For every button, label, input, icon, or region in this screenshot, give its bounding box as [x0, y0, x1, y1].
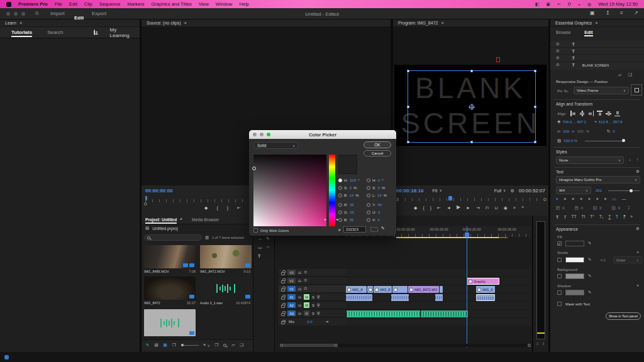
hue-slider[interactable]	[329, 155, 335, 226]
eye-icon[interactable]: ⊙	[556, 49, 559, 53]
clip-thumbnail[interactable]	[200, 245, 252, 268]
stroke-swatch[interactable]	[565, 257, 584, 263]
zoom-level-select[interactable]: Fit	[433, 189, 438, 193]
panel-menu-icon[interactable]: ≡	[180, 217, 182, 222]
sync-lock-icon[interactable]: ⊟	[298, 287, 301, 291]
control-center-icon[interactable]: ◒	[578, 2, 580, 6]
scale-value[interactable]: 100	[563, 129, 569, 133]
panel-menu-icon[interactable]: ≡	[595, 21, 597, 25]
chevron-down-icon[interactable]: ∨	[207, 344, 209, 348]
selected-clip-thumbnail[interactable]	[144, 309, 196, 336]
background-checkbox[interactable]	[557, 274, 562, 278]
track-target-a3[interactable]: A3	[287, 310, 296, 316]
voiceover-mic-icon[interactable]: ψ	[317, 303, 320, 307]
align-text-left-icon[interactable]: ≡	[556, 197, 558, 202]
align-right-icon[interactable]	[588, 111, 594, 116]
source-timecode[interactable]: 00:00:00:00	[145, 188, 173, 194]
stroke-width-value[interactable]: 4.0	[600, 258, 605, 262]
sort-icon[interactable]: ≡	[204, 343, 206, 348]
playback-resolution-select[interactable]: Full	[494, 189, 501, 193]
automate-sequence-icon[interactable]: ❐	[214, 343, 218, 348]
row-value[interactable]: 14	[350, 194, 354, 197]
hsl-h-radio[interactable]	[367, 178, 370, 182]
voiceover-mic-icon[interactable]: ψ	[317, 295, 320, 299]
button-editor-icon[interactable]: +	[521, 205, 525, 210]
font-size-slider[interactable]	[608, 190, 640, 191]
zoom-out-knob[interactable]	[528, 344, 531, 347]
add-shadow-icon[interactable]: +	[636, 283, 639, 288]
leading-value[interactable]: 0	[599, 206, 601, 210]
yuv-u-radio[interactable]	[367, 211, 370, 214]
cancel-button[interactable]: Cancel	[364, 150, 391, 156]
handle-mid-left[interactable]	[407, 106, 409, 108]
text-line-icon[interactable]: —	[622, 197, 626, 202]
timeline-clip-audio-green[interactable]	[421, 310, 468, 317]
project-file-name[interactable]: Untitled.prproj	[152, 226, 177, 231]
text-box-icon[interactable]: ▭	[613, 197, 616, 202]
new-bin-icon[interactable]: ▱	[231, 343, 235, 348]
mute-button[interactable]: M	[304, 294, 309, 300]
panel-menu-icon[interactable]: ≡	[184, 21, 186, 25]
superscript-icon[interactable]: Tᵀ	[590, 215, 594, 219]
anchor-point-icon[interactable]	[469, 104, 474, 109]
all-caps-icon[interactable]: TT	[572, 215, 577, 219]
text-wrench-icon[interactable]: ⚙	[636, 170, 640, 174]
menu-sequence[interactable]: Sequence	[99, 1, 121, 7]
program-panel-title[interactable]: Program: IMG_8472	[398, 21, 438, 25]
fill-swatch[interactable]	[565, 241, 584, 246]
timeline-clip-audio[interactable]	[391, 294, 409, 301]
status-icon-2[interactable]: ▣	[546, 2, 550, 7]
row-value[interactable]: 35	[350, 203, 354, 207]
settings-wrench-icon[interactable]: ⚙	[510, 189, 514, 193]
row-value[interactable]: 0	[378, 211, 380, 214]
position-y-value[interactable]: 407.2	[577, 120, 586, 124]
justify-last-left-icon[interactable]: ≡	[580, 197, 582, 202]
row-value[interactable]: 0	[377, 218, 379, 222]
timeline-clip-video[interactable]: IMG_8	[476, 286, 495, 293]
apple-icon[interactable]	[6, 2, 11, 7]
add-stroke-icon[interactable]: +	[636, 250, 639, 255]
color-field-cursor[interactable]	[252, 167, 256, 170]
hsl-l-radio[interactable]	[367, 194, 370, 197]
mask-with-text-checkbox[interactable]	[557, 302, 562, 306]
rtl-icon[interactable]: ¶	[623, 215, 626, 219]
home-icon[interactable]: ⌂	[35, 10, 38, 16]
row-value[interactable]: 0	[378, 186, 380, 190]
lock-icon[interactable]	[281, 297, 285, 300]
toggle-track-output-icon[interactable]: ⊙	[304, 287, 307, 291]
timeline-clip-video[interactable]	[392, 286, 408, 293]
baseline-shift-value[interactable]: 0	[618, 206, 620, 210]
justify-last-right-icon[interactable]: ≡	[596, 197, 599, 202]
align-text-right-icon[interactable]: ≡	[572, 197, 575, 202]
mute-button[interactable]: M	[304, 310, 309, 316]
track-target-v2[interactable]: V2	[287, 278, 296, 283]
zoom-slider[interactable]	[181, 345, 199, 346]
eye-icon[interactable]: ⊙	[556, 63, 559, 67]
lock-icon[interactable]	[281, 305, 285, 308]
learn-panel-title[interactable]: Learn	[5, 21, 16, 25]
find-icon[interactable]	[223, 344, 226, 347]
program-scrubber[interactable]	[398, 196, 543, 201]
clip-name[interactable]: Audio 3_1.wav	[200, 301, 223, 305]
justify-last-center-icon[interactable]: ≡	[588, 197, 591, 202]
playhead-line[interactable]	[467, 226, 467, 348]
scrub-knob-right[interactable]	[543, 198, 547, 201]
hex-input[interactable]: 232323	[343, 226, 366, 233]
clip-name[interactable]: IMG_8486.MOV	[144, 270, 169, 273]
spotlight-icon[interactable]	[568, 3, 571, 6]
close-window-button[interactable]	[6, 12, 10, 16]
row-value[interactable]: 0	[350, 186, 352, 190]
row-value[interactable]: 35	[350, 211, 354, 214]
hsb-h-radio[interactable]	[338, 178, 342, 182]
subscript-icon[interactable]: T₁	[599, 215, 603, 219]
status-icon-1[interactable]: ◧	[535, 2, 540, 7]
track-header-a1[interactable]: A1 ⊟ M S ψ	[279, 293, 346, 301]
freeform-view-icon[interactable]: ❐	[172, 343, 176, 348]
mix-volume-value[interactable]: 0.0	[307, 320, 312, 324]
icon-view-icon[interactable]: ▦	[164, 343, 167, 348]
lock-icon[interactable]	[281, 313, 285, 316]
hand-tool-icon[interactable]: ☞	[266, 245, 270, 250]
shadow-checkbox[interactable]	[557, 290, 562, 295]
tab-tutorials[interactable]: Tutorials	[11, 30, 32, 35]
text-options-icon[interactable]: »	[630, 215, 633, 219]
